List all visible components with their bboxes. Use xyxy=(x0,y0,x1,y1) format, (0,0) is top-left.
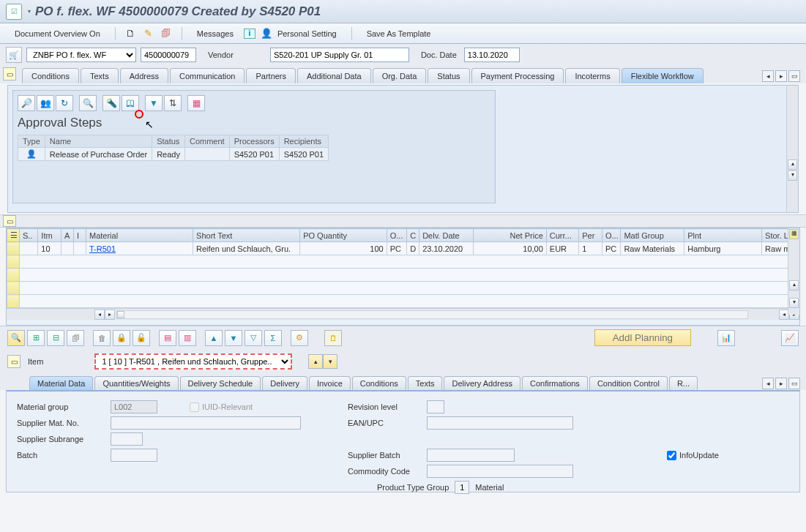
material-group-input[interactable] xyxy=(111,400,157,413)
item-row-1[interactable]: 10 T-R501 Reifen und Schlauch, Gru. 100 … xyxy=(7,242,799,255)
item-row-empty[interactable] xyxy=(7,269,799,282)
alv-details-icon[interactable]: 🔎 xyxy=(18,95,35,111)
supplier-mat-input[interactable] xyxy=(111,416,301,430)
tab-invoice[interactable]: Invoice xyxy=(309,376,351,390)
alv-find-icon[interactable]: 🔦 xyxy=(102,95,120,111)
col-per[interactable]: Per xyxy=(579,229,602,242)
menu-caret-icon[interactable]: ▾ xyxy=(28,8,31,15)
personal-setting-icon[interactable]: 👤 xyxy=(260,27,273,40)
hscroll-thumb[interactable] xyxy=(117,311,124,318)
approval-row[interactable]: 👤 Release of Purchase Order Ready S4520 … xyxy=(18,148,329,161)
scroll-up-icon[interactable]: ▴ xyxy=(788,160,797,170)
col-curr[interactable]: Curr... xyxy=(546,229,578,242)
tab-material-data[interactable]: Material Data xyxy=(29,376,93,390)
dtab-scroll-left-icon[interactable]: ◂ xyxy=(762,378,774,389)
dtab-list-icon[interactable]: ▭ xyxy=(788,378,800,389)
tab-status[interactable]: Status xyxy=(428,68,469,83)
filter-icon[interactable]: ▼ xyxy=(225,330,242,346)
graph-icon[interactable]: 📊 xyxy=(717,330,735,346)
alv-hierarchy-icon[interactable]: 👥 xyxy=(37,95,54,111)
tab-address[interactable]: Address xyxy=(120,68,168,83)
col-net-price[interactable]: Net Price xyxy=(474,229,547,242)
info-icon[interactable]: i xyxy=(244,29,255,39)
tab-incoterms[interactable]: Incoterms xyxy=(565,68,619,83)
po-type-select[interactable]: ZNBF PO f. flex. WF xyxy=(26,48,136,62)
col-delv-date[interactable]: Delv. Date xyxy=(419,229,474,242)
collapse-item-detail-icon[interactable]: ▭ xyxy=(7,355,20,368)
dtab-scroll-right-icon[interactable]: ▸ xyxy=(775,378,787,389)
tab-delivery-address[interactable]: Delivery Address xyxy=(444,376,520,390)
tab-payment-processing[interactable]: Payment Processing xyxy=(471,68,564,83)
scroll-down-icon[interactable]: ▾ xyxy=(789,298,799,308)
tab-communication[interactable]: Communication xyxy=(170,68,245,83)
alv-sort-icon[interactable]: ⇅ xyxy=(164,95,182,111)
col-matl-group[interactable]: Matl Group xyxy=(621,229,684,242)
tab-texts-item[interactable]: Texts xyxy=(408,376,443,390)
col-processors[interactable]: Processors xyxy=(229,135,279,148)
item-row-empty[interactable] xyxy=(7,295,799,308)
commodity-code-input[interactable] xyxy=(427,465,573,478)
item-grid-vscroll[interactable]: ▦ ▴ ▾ xyxy=(788,228,799,315)
col-status[interactable]: Status xyxy=(152,135,185,148)
messages-button[interactable]: Messages xyxy=(191,27,239,40)
tab-conditions[interactable]: Conditions xyxy=(22,68,79,83)
col-name[interactable]: Name xyxy=(45,135,152,148)
tab-list-icon[interactable]: ▭ xyxy=(788,70,800,82)
supplier-subrange-input[interactable] xyxy=(111,432,143,446)
total-icon[interactable]: Σ xyxy=(264,330,282,346)
doc-overview-button[interactable]: Document Overview On xyxy=(9,27,106,40)
tab-condition-control[interactable]: Condition Control xyxy=(589,376,668,390)
col-po-qty[interactable]: PO Quantity xyxy=(300,229,387,242)
splitter-bar[interactable]: ▭ xyxy=(0,214,806,228)
delete-icon[interactable]: 🗑 xyxy=(93,330,111,346)
expand-icon[interactable]: ▤ xyxy=(159,330,176,346)
col-a[interactable]: A xyxy=(61,229,74,242)
item-grid-hscroll[interactable]: ◂ ▸ ◂ ▸ xyxy=(7,308,799,320)
alv-find-next-icon[interactable]: 🕮 xyxy=(122,95,139,111)
alv-print-icon[interactable]: 🔍 xyxy=(79,95,97,111)
col-s[interactable]: S.. xyxy=(19,229,37,242)
col-recipients[interactable]: Recipients xyxy=(279,135,328,148)
addl-planning-button[interactable]: Addl Planning xyxy=(594,329,691,346)
tab-org-data[interactable]: Org. Data xyxy=(373,68,427,83)
save-as-template-button[interactable]: Save As Template xyxy=(361,27,437,40)
row-selector[interactable] xyxy=(7,242,20,255)
item-prev-icon[interactable]: ▴ xyxy=(308,354,323,369)
alv-refresh-icon[interactable]: ↻ xyxy=(56,95,73,111)
item-select[interactable]: 1 [ 10 ] T-R501 , Reifen und Schlauch, G… xyxy=(94,353,292,370)
tab-more[interactable]: R... xyxy=(669,376,698,390)
collapse-items-icon[interactable]: ▭ xyxy=(3,215,16,227)
alv-layout-icon[interactable]: ▦ xyxy=(187,95,205,111)
col-type[interactable]: Type xyxy=(18,135,45,148)
row-selector-header[interactable]: ☰ xyxy=(7,229,20,242)
item-table[interactable]: ☰ S.. Itm A I Material Short Text PO Qua… xyxy=(7,228,799,308)
col-c[interactable]: C xyxy=(407,229,419,242)
supplier-batch-input[interactable] xyxy=(427,449,515,462)
alv-filter-icon[interactable]: ▼ xyxy=(145,95,163,111)
cart-icon[interactable]: 🛒 xyxy=(6,47,22,63)
batch-input[interactable] xyxy=(111,449,157,462)
lock-icon[interactable]: 🔒 xyxy=(113,330,130,346)
item-row-empty[interactable] xyxy=(7,282,799,295)
panel-vscroll[interactable]: ▴ ▾ xyxy=(786,86,798,212)
item-row-empty[interactable] xyxy=(7,255,799,269)
tab-quantities-weights[interactable]: Quantities/Weights xyxy=(94,376,178,390)
scroll-up-icon[interactable]: ▴ xyxy=(789,280,799,291)
col-itm[interactable]: Itm xyxy=(38,229,61,242)
create-icon[interactable]: 🗋 xyxy=(124,27,138,40)
material-link[interactable]: T-R501 xyxy=(89,244,116,253)
personal-setting-button[interactable]: Personal Setting xyxy=(277,27,343,40)
doc-date-input[interactable] xyxy=(464,48,520,62)
col-plnt[interactable]: Plnt xyxy=(684,229,762,242)
scroll-down-icon[interactable]: ▾ xyxy=(788,171,797,181)
tab-conditions-item[interactable]: Conditions xyxy=(352,376,406,390)
display-change-icon[interactable]: ✎ xyxy=(142,27,155,40)
tab-delivery-schedule[interactable]: Delivery Schedule xyxy=(180,376,261,390)
hscroll-left-icon[interactable]: ◂ xyxy=(94,310,105,320)
tab-flexible-workflow[interactable]: Flexible Workflow xyxy=(622,68,704,83)
vendor-input[interactable] xyxy=(270,48,409,62)
col-i[interactable]: I xyxy=(74,229,86,242)
tab-scroll-right-icon[interactable]: ▸ xyxy=(775,70,787,82)
unlock-icon[interactable]: 🔓 xyxy=(133,330,150,346)
hscroll-right-icon[interactable]: ▸ xyxy=(105,310,115,320)
